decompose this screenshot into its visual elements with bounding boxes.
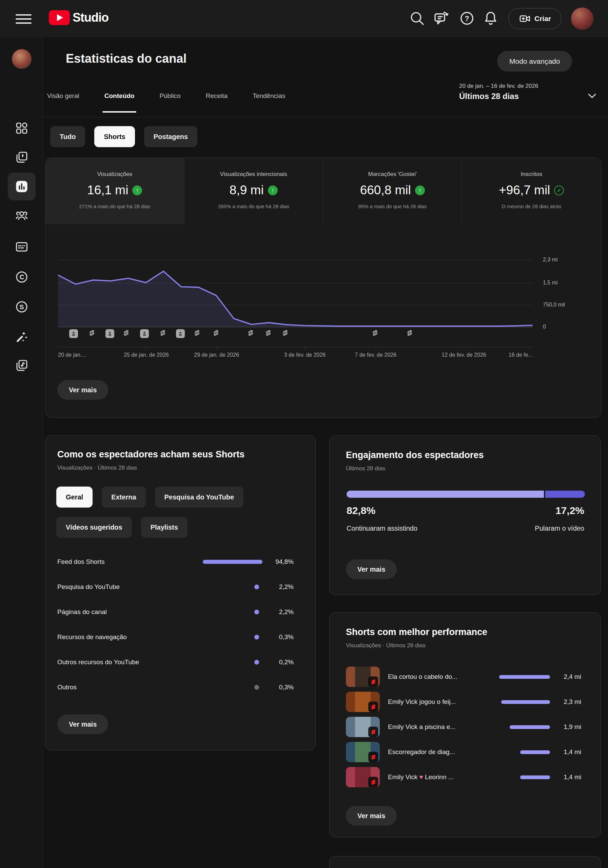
metric-value: 8,9 mi xyxy=(230,183,264,197)
traffic-source-label: Outros xyxy=(57,684,201,691)
traffic-source-row: Páginas do canal2,2% xyxy=(57,600,294,625)
engagement-split-bar xyxy=(347,491,585,498)
y-axis-label: 750,0 mil xyxy=(543,302,565,308)
shorts-marker-icon[interactable] xyxy=(88,329,97,338)
traffic-source-row: Outros recursos do YouTube0,2% xyxy=(57,649,294,675)
sidebar-item-subtitles[interactable] xyxy=(11,236,32,257)
traffic-source-bar-zone xyxy=(201,635,262,640)
chevron-down-icon[interactable] xyxy=(585,89,599,102)
shorts-marker-icon[interactable] xyxy=(123,329,131,338)
top-short-row[interactable]: Emily Vick a piscina e...1,9 mi xyxy=(346,715,581,739)
svg-text:S: S xyxy=(20,304,24,311)
top-short-row[interactable]: Ela cortou o cabelo do...2,4 mi xyxy=(346,664,581,689)
tab-2[interactable]: Público xyxy=(160,92,180,113)
sidebar-item-analytics[interactable] xyxy=(8,173,36,200)
top-shorts-subtitle: Visualizações · Últimos 28 dias xyxy=(346,642,487,649)
see-more-button[interactable]: Ver mais xyxy=(346,560,397,579)
traffic-source-list: Feed dos Shorts94,8%Pesquisa do YouTube2… xyxy=(57,549,294,700)
sidebar-item-copyright[interactable] xyxy=(11,267,32,288)
x-axis-tick xyxy=(305,347,305,350)
shorts-badge-icon xyxy=(368,702,378,712)
account-avatar[interactable] xyxy=(571,8,593,30)
shorts-marker-icon[interactable] xyxy=(212,329,221,338)
top-short-row[interactable]: Escorregador de diag...1,4 mi xyxy=(346,739,581,764)
trend-up-icon: ↑ xyxy=(268,186,278,195)
menu-icon[interactable] xyxy=(16,11,31,26)
traffic-source-label: Recursos de navegação xyxy=(57,633,201,641)
metric-card-2[interactable]: Marcações 'Gostei'660,8 mil↑95% a mais d… xyxy=(323,158,462,224)
shorts-marker-icon[interactable] xyxy=(159,329,168,338)
short-title: Ela cortou o cabelo do... xyxy=(388,673,499,680)
metric-label: Inscritos xyxy=(462,171,601,178)
notifications-icon[interactable] xyxy=(482,10,499,26)
metric-label: Visualizações intencionais xyxy=(185,171,323,178)
traffic-source-bar xyxy=(203,560,262,564)
sidebar-item-community[interactable] xyxy=(11,205,32,226)
filter-chip-1[interactable]: Shorts xyxy=(94,126,135,147)
overview-analytics-card: Visualizações16,1 mi↑271% a mais do que … xyxy=(45,158,601,418)
shorts-marker-icon[interactable] xyxy=(281,329,290,338)
shorts-marker-icon[interactable] xyxy=(247,329,256,338)
short-thumbnail xyxy=(346,742,380,762)
tabs-divider xyxy=(43,117,608,117)
short-views-value: 1,4 mi xyxy=(550,748,581,756)
traffic-source-row: Pesquisa do YouTube2,2% xyxy=(57,574,294,600)
search-icon[interactable] xyxy=(409,10,425,26)
video-marker-icon[interactable] xyxy=(176,329,185,338)
discovery-chip-0[interactable]: Geral xyxy=(56,487,93,508)
x-axis-tick xyxy=(217,347,217,350)
discovery-chip-4[interactable]: Playlists xyxy=(141,517,188,538)
shorts-marker-icon[interactable] xyxy=(371,329,380,338)
sidebar-item-dashboard[interactable] xyxy=(11,118,32,139)
short-views-bar xyxy=(499,675,550,679)
traffic-source-dot xyxy=(254,660,259,665)
short-views-value: 1,9 mi xyxy=(550,723,581,731)
sidebar-item-monetization[interactable]: S xyxy=(11,296,32,317)
see-more-button[interactable]: Ver mais xyxy=(57,715,108,734)
top-short-row[interactable]: Emily Vick jogou o feij...2,3 mi xyxy=(346,689,581,715)
next-card-partial xyxy=(329,856,601,868)
tab-0[interactable]: Visão geral xyxy=(47,92,79,113)
traffic-source-label: Pesquisa do YouTube xyxy=(57,583,201,591)
discovery-chip-3[interactable]: Vídeos sugeridos xyxy=(56,517,132,538)
tab-3[interactable]: Receita xyxy=(206,92,228,113)
youtube-studio-logo[interactable]: Studio xyxy=(49,10,109,25)
metric-card-1[interactable]: Visualizações intencionais8,9 mi↑265% a … xyxy=(185,158,324,224)
filter-chip-0[interactable]: Tudo xyxy=(50,126,85,147)
metric-card-3[interactable]: Inscritos+96,7 mil✓O mesmo de 28 dias at… xyxy=(462,158,601,224)
skipped-label: Pularam o vídeo xyxy=(535,524,584,532)
sidebar-item-audio-library[interactable] xyxy=(11,355,32,376)
see-more-button[interactable]: Ver mais xyxy=(57,380,108,400)
discovery-chip-1[interactable]: Externa xyxy=(102,487,146,508)
filter-chip-2[interactable]: Postagens xyxy=(144,126,197,147)
y-axis-label: 1,5 mi xyxy=(543,280,558,286)
shorts-marker-icon[interactable] xyxy=(406,329,415,338)
date-range-selector[interactable]: 20 de jan. – 16 de fev. de 2026 Últimos … xyxy=(459,83,538,101)
metric-card-0[interactable]: Visualizações16,1 mi↑271% a mais do que … xyxy=(45,158,185,224)
metric-value: +96,7 mil xyxy=(499,183,550,197)
analytics-icon xyxy=(15,179,29,194)
short-views-value: 1,4 mi xyxy=(550,773,581,781)
video-marker-icon[interactable] xyxy=(140,329,149,338)
tab-4[interactable]: Tendências xyxy=(253,92,285,113)
sidebar-item-customization[interactable] xyxy=(11,326,32,347)
shorts-marker-icon[interactable] xyxy=(193,329,202,338)
sidebar-item-content[interactable] xyxy=(11,147,32,168)
advanced-mode-button[interactable]: Modo avançado xyxy=(497,51,572,71)
monetization-icon: S xyxy=(15,300,29,314)
feedback-icon[interactable] xyxy=(433,10,449,26)
discovery-chip-2[interactable]: Pesquisa do YouTube xyxy=(155,487,244,508)
top-short-row[interactable]: Emily Vick ♥ Leorinn ...1,4 mi xyxy=(346,764,581,790)
x-axis-label: 7 de fev. de 2026 xyxy=(355,352,396,358)
video-marker-icon[interactable] xyxy=(69,329,78,338)
discovery-filter-chips: GeralExternaPesquisa do YouTubeVídeos su… xyxy=(56,487,304,538)
create-button[interactable]: Criar xyxy=(508,8,561,29)
tab-1[interactable]: Conteúdo xyxy=(104,92,135,113)
shorts-marker-icon[interactable] xyxy=(265,329,273,338)
create-video-icon xyxy=(519,12,531,25)
see-more-button[interactable]: Ver mais xyxy=(346,806,397,826)
channel-avatar[interactable] xyxy=(12,49,31,69)
help-icon[interactable]: ? xyxy=(459,10,475,26)
discovery-card-subtitle: Visualizações · Últimos 28 dias xyxy=(57,465,245,471)
video-marker-icon[interactable] xyxy=(105,329,114,338)
